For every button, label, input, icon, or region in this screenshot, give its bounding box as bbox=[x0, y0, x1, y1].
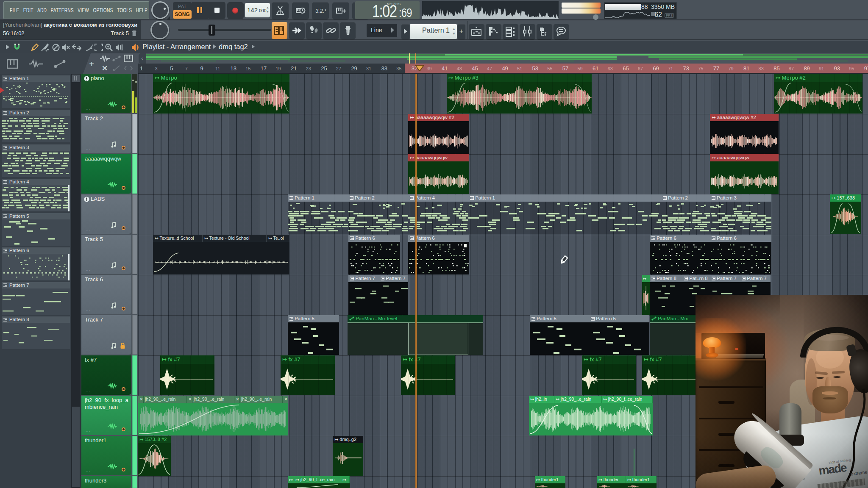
svg-text:3.2.י: 3.2.י bbox=[315, 8, 326, 14]
